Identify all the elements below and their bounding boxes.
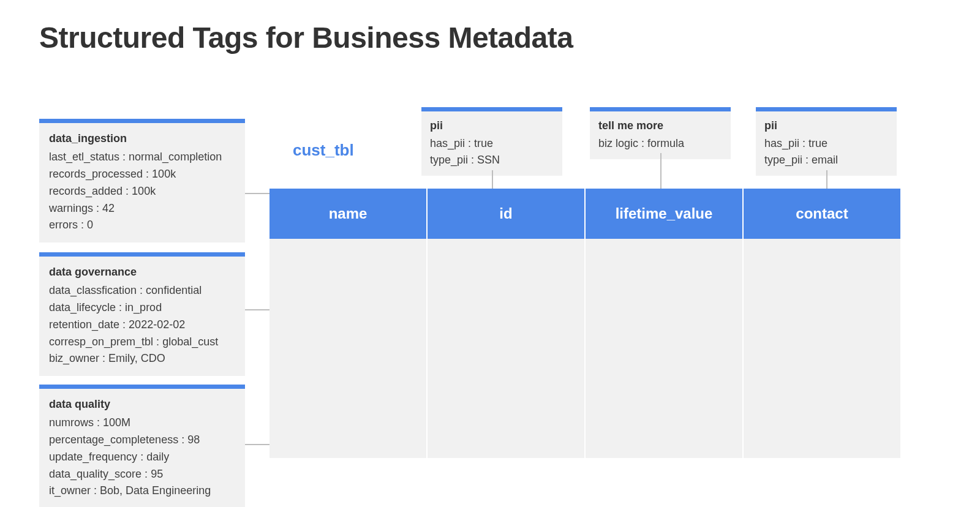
connector-line xyxy=(826,170,827,189)
tag-card-data-quality: data quality numrows : 100M percentage_c… xyxy=(39,385,245,507)
col-tag-card-lifetime-value: tell me more biz logic : formula xyxy=(590,107,731,159)
col-tag-kv: type_pii : email xyxy=(764,152,888,168)
col-tag-card-contact: pii has_pii : true type_pii : email xyxy=(756,107,897,176)
table-body-col xyxy=(428,239,586,458)
connector-line xyxy=(492,170,493,189)
tag-card-title: data_ingestion xyxy=(49,130,235,148)
page-title: Structured Tags for Business Metadata xyxy=(39,21,573,54)
tag-kv: warnings : 42 xyxy=(49,200,235,217)
table-name-label: cust_tbl xyxy=(293,141,354,160)
tag-kv: data_quality_score : 95 xyxy=(49,466,235,483)
col-tag-kv: has_pii : true xyxy=(764,135,888,152)
customer-table: name id lifetime_value contact xyxy=(270,189,900,458)
col-tag-kv: has_pii : true xyxy=(430,135,554,152)
col-tag-title: tell me more xyxy=(598,118,722,134)
tag-kv: it_owner : Bob, Data Engineering xyxy=(49,483,235,500)
tag-kv: numrows : 100M xyxy=(49,415,235,432)
tag-kv: biz_owner : Emily, CDO xyxy=(49,350,235,367)
col-tag-title: pii xyxy=(430,118,554,134)
tag-card-title: data governance xyxy=(49,264,235,281)
col-tag-card-id: pii has_pii : true type_pii : SSN xyxy=(421,107,562,176)
table-body-col xyxy=(586,239,744,458)
table-header-cell-id: id xyxy=(428,189,586,239)
tag-kv: corresp_on_prem_tbl : global_cust xyxy=(49,334,235,351)
tag-kv: data_classfication : confidential xyxy=(49,282,235,299)
table-body xyxy=(270,239,900,458)
tag-card-data-governance: data governance data_classfication : con… xyxy=(39,252,245,376)
tag-kv: data_lifecycle : in_prod xyxy=(49,299,235,317)
tag-kv: records_added : 100k xyxy=(49,183,235,200)
col-tag-kv: biz logic : formula xyxy=(598,135,722,152)
connector-line xyxy=(245,193,270,194)
connector-line xyxy=(660,153,662,189)
tag-kv: records_processed : 100k xyxy=(49,166,235,183)
table-body-col xyxy=(270,239,428,458)
tag-kv: last_etl_status : normal_completion xyxy=(49,149,235,166)
tag-kv: percentage_completeness : 98 xyxy=(49,432,235,449)
table-header-row: name id lifetime_value contact xyxy=(270,189,900,239)
tag-kv: retention_date : 2022-02-02 xyxy=(49,317,235,334)
tag-kv: update_frequency : daily xyxy=(49,449,235,466)
table-header-cell-lifetime-value: lifetime_value xyxy=(586,189,744,239)
table-header-cell-contact: contact xyxy=(744,189,900,239)
connector-line xyxy=(245,309,270,310)
table-body-col xyxy=(744,239,900,458)
tag-kv: errors : 0 xyxy=(49,217,235,234)
table-header-cell-name: name xyxy=(270,189,428,239)
tag-card-title: data quality xyxy=(49,396,235,413)
col-tag-title: pii xyxy=(764,118,888,134)
connector-line xyxy=(245,444,270,445)
tag-card-data-ingestion: data_ingestion last_etl_status : normal_… xyxy=(39,119,245,242)
col-tag-kv: type_pii : SSN xyxy=(430,152,554,168)
